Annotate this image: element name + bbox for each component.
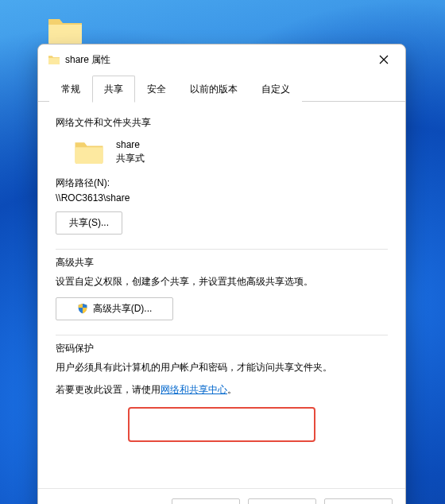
dialog-title: share 属性 xyxy=(65,53,367,67)
folder-icon xyxy=(48,53,60,66)
password-protection-line2: 若要更改此设置，请使用网络和共享中心。 xyxy=(56,382,388,397)
tab-customize[interactable]: 自定义 xyxy=(250,76,302,102)
tab-sharing[interactable]: 共享 xyxy=(92,76,135,103)
divider xyxy=(56,335,388,335)
network-path-label: 网络路径(N): xyxy=(56,176,388,191)
tab-strip: 常规 共享 安全 以前的版本 自定义 xyxy=(38,75,405,102)
password-protection-line2-suffix: 。 xyxy=(227,384,237,395)
folder-icon xyxy=(73,136,105,168)
network-sharing-center-link[interactable]: 网络和共享中心 xyxy=(161,384,227,395)
tab-security[interactable]: 安全 xyxy=(135,76,178,102)
advanced-sharing-desc: 设置自定义权限，创建多个共享，并设置其他高级共享选项。 xyxy=(56,274,388,289)
close-dialog-button[interactable]: 关闭 xyxy=(172,498,240,504)
tab-content: 网络文件和文件夹共享 share 共享式 网络路径(N): \\ROC3613\… xyxy=(38,102,405,488)
share-button[interactable]: 共享(S)... xyxy=(56,211,122,235)
apply-button[interactable]: 应用(A) xyxy=(324,498,393,504)
folder-icon xyxy=(46,14,84,46)
shared-folder-name: share xyxy=(116,138,145,152)
password-protection-line1: 用户必须具有此计算机的用户帐户和密码，才能访问共享文件夹。 xyxy=(56,360,388,375)
close-button[interactable] xyxy=(367,48,400,72)
close-icon xyxy=(379,55,389,64)
properties-dialog: share 属性 常规 共享 安全 以前的版本 自定义 网络文件和文件夹共享 s… xyxy=(37,44,406,504)
advanced-sharing-button[interactable]: 高级共享(D)... xyxy=(56,297,173,320)
section-network-sharing-heading: 网络文件和文件夹共享 xyxy=(56,116,388,130)
dialog-button-row: 关闭 取消 应用(A) xyxy=(38,488,405,504)
titlebar: share 属性 xyxy=(38,45,405,75)
advanced-sharing-button-label: 高级共享(D)... xyxy=(93,302,153,316)
shared-folder-summary: share 共享式 xyxy=(73,136,388,168)
section-password-protection-heading: 密码保护 xyxy=(56,342,388,355)
divider xyxy=(56,249,388,250)
cancel-button[interactable]: 取消 xyxy=(248,498,316,504)
uac-shield-icon xyxy=(77,303,88,314)
tab-previous-versions[interactable]: 以前的版本 xyxy=(178,76,250,102)
password-protection-line2-prefix: 若要更改此设置，请使用 xyxy=(56,384,161,395)
tab-general[interactable]: 常规 xyxy=(49,76,92,102)
shared-folder-status: 共享式 xyxy=(116,152,145,165)
section-advanced-sharing-heading: 高级共享 xyxy=(56,256,388,269)
network-path-value: \\ROC3613\share xyxy=(56,191,388,206)
